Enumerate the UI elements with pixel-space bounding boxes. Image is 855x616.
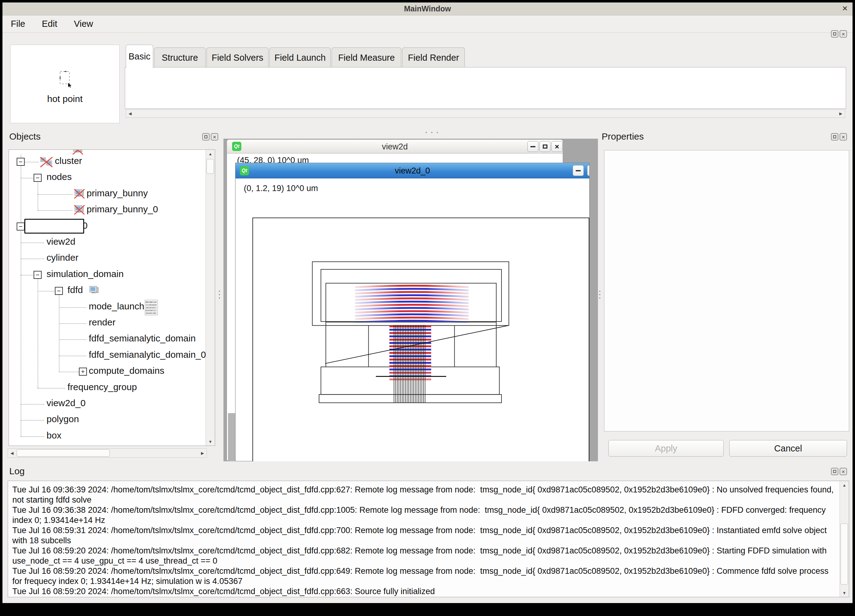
tab-structure[interactable]: Structure [154, 48, 205, 67]
menu-view[interactable]: View [66, 15, 101, 32]
scroll-left-icon[interactable]: ◀ [8, 449, 16, 457]
properties-dock-close-button[interactable]: × [840, 133, 847, 141]
tree-item-view2d[interactable]: view2d [46, 236, 75, 247]
log-dock-close-button[interactable]: × [840, 468, 847, 475]
properties-dock-float-button[interactable] [831, 133, 838, 141]
menu-edit[interactable]: Edit [34, 15, 66, 32]
log-vscrollbar[interactable]: ▲ ▼ [840, 481, 849, 597]
scroll-down-icon[interactable]: ▼ [840, 589, 849, 597]
tree-connector [59, 372, 78, 372]
tree-item-fdfd_semianalytic_domain[interactable]: fdfd_semianalytic_domain [89, 333, 196, 343]
tree-item-fdfd[interactable]: fdfd [67, 285, 83, 295]
view2d-titlebar[interactable]: Qt view2d × [227, 139, 563, 153]
splitter-handle[interactable] [599, 288, 601, 301]
cancel-button[interactable]: Cancel [729, 440, 847, 457]
menu-file[interactable]: File [3, 15, 34, 32]
tab-field-solvers[interactable]: Field Solvers [207, 48, 268, 67]
tree-connector [21, 155, 21, 436]
menu-bar: FileEditView [3, 15, 852, 33]
scroll-thumb[interactable] [841, 524, 848, 585]
active-tool-panel: hot point [10, 45, 120, 123]
tree-expander-sim_domain_0[interactable]: − [17, 222, 25, 230]
tree-expander-simulation_domain[interactable]: − [34, 271, 41, 279]
tree-connector [21, 275, 33, 276]
scroll-right-icon[interactable]: ▶ [199, 449, 207, 457]
tree-item-compute_domains[interactable]: compute_domains [89, 365, 164, 376]
window-titlebar[interactable]: MainWindow × [3, 3, 852, 15]
log-entry: Tue Jul 16 08:59:20 2024: /home/tom/tslm… [12, 546, 835, 566]
tree-connector [21, 436, 44, 437]
tree-item-frequency_group[interactable]: frequency_group [67, 382, 137, 392]
tree-item-primary_bunny_0[interactable]: primary_bunny_0 [87, 204, 158, 215]
node-error-icon [74, 189, 85, 201]
node-error-icon [74, 205, 85, 217]
minimize-button[interactable] [573, 165, 584, 176]
simulation-canvas[interactable] [253, 218, 589, 461]
splitter-handle[interactable] [219, 288, 220, 301]
tab-basic[interactable]: Basic [126, 45, 153, 68]
view2d-title: view2d [227, 142, 563, 152]
objects-panel-title: Objects [9, 131, 41, 142]
hot-point-dashed-rect-icon [58, 70, 72, 89]
tree-connector [38, 388, 65, 389]
maximize-button[interactable] [539, 141, 550, 152]
minimize-button[interactable] [527, 141, 538, 152]
tree-item-view2d_0[interactable]: view2d_0 [46, 398, 86, 408]
view2d-0-content: (0, 1.2, 19) 10^0 um [236, 178, 589, 461]
tab-field-launch[interactable]: Field Launch [270, 48, 331, 67]
tree-item-nodes[interactable]: nodes [46, 172, 72, 182]
tree-expander-cluster[interactable]: − [17, 158, 25, 166]
scroll-down-icon[interactable]: ▼ [206, 438, 215, 446]
objects-tree-hscrollbar[interactable]: ◀ ▶ [8, 448, 207, 458]
scroll-up-icon[interactable]: ▲ [206, 150, 215, 158]
objects-tree-vscrollbar[interactable]: ▲ ▼ [205, 150, 215, 446]
scroll-thumb[interactable] [17, 449, 110, 457]
view2d-0-window[interactable]: Qt view2d_0 (0, 1.2, 19) 10^0 um [235, 163, 590, 461]
tree-item-fdfd_semianalytic_domain_0[interactable]: fdfd_semianalytic_domain_0 [89, 349, 206, 360]
splitter-handle[interactable] [423, 132, 440, 133]
close-icon: × [213, 134, 216, 140]
close-button[interactable]: × [552, 141, 562, 152]
objects-tree[interactable]: − cluster−nodes primary_bunny primary_bu… [9, 149, 215, 446]
maximize-button[interactable] [587, 165, 589, 176]
tree-expander-fdfd[interactable]: − [55, 287, 63, 295]
objects-dock-float-button[interactable] [202, 133, 210, 141]
view2d-scrollbar-fragment[interactable] [228, 413, 236, 461]
tree-connector [38, 275, 38, 388]
tree-item-simulation_domain[interactable]: simulation_domain [46, 269, 124, 279]
scroll-up-icon[interactable]: ▲ [840, 481, 849, 489]
tree-connector [59, 307, 86, 308]
scroll-left-icon[interactable]: ◀ [126, 110, 134, 117]
scroll-right-icon[interactable]: ▶ [837, 110, 845, 117]
tree-item-cylinder[interactable]: cylinder [46, 252, 78, 263]
apply-button[interactable]: Apply [608, 440, 724, 457]
simulation-canvas-drawing [253, 218, 589, 461]
tree-item-render[interactable]: render [89, 317, 116, 328]
tree-connector [21, 259, 44, 259]
window-close-icon[interactable]: × [842, 3, 847, 14]
tree-item-polygon[interactable]: polygon [46, 414, 79, 424]
tree-item-box[interactable]: box [46, 430, 61, 441]
mdi-area: Qt view2d × (45, 28, 0) 10^0 um Qt view2… [224, 139, 598, 461]
log-output[interactable]: Tue Jul 16 09:36:39 2024: /home/tom/tslm… [8, 481, 849, 597]
tree-connector [59, 339, 86, 340]
tab-field-measure[interactable]: Field Measure [332, 48, 401, 67]
objects-dock-close-button[interactable]: × [211, 133, 218, 141]
toolbar-scrollbar[interactable]: ◀ ▶ [126, 109, 845, 118]
log-dock-float-button[interactable] [831, 468, 838, 475]
window-title: MainWindow [404, 4, 451, 13]
scroll-thumb[interactable] [207, 159, 214, 174]
tree-item-primary_bunny[interactable]: primary_bunny [87, 188, 148, 198]
tree-connector [21, 242, 44, 243]
view2d-0-title: view2d_0 [236, 166, 589, 176]
view2d-0-titlebar[interactable]: Qt view2d_0 [236, 163, 589, 178]
tree-expander-nodes[interactable]: − [34, 174, 41, 182]
tree-item-cluster[interactable]: cluster [55, 156, 82, 166]
minimize-icon [576, 170, 581, 171]
toolbar-dock-float-button[interactable] [831, 30, 838, 38]
tree-expander-compute_domains[interactable]: + [79, 368, 87, 375]
tab-field-render[interactable]: Field Render [402, 48, 465, 67]
log-entry: Tue Jul 16 08:59:31 2024: /home/tom/tslm… [12, 526, 835, 546]
toolbar-dock-close-button[interactable]: × [840, 30, 847, 38]
tree-item-mode_launch[interactable]: mode_launch [89, 301, 144, 311]
